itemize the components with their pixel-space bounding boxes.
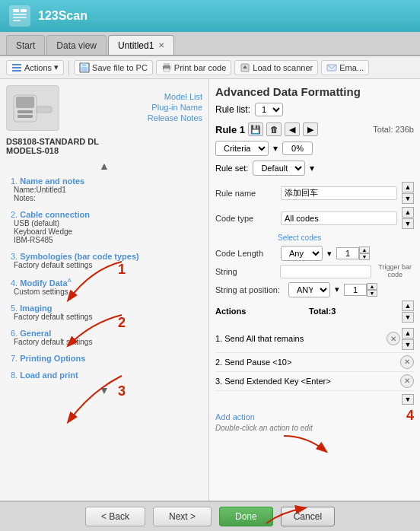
tab-close-icon[interactable]: ✕: [158, 41, 164, 49]
toolbar: Actions ▾ Save file to PC Print bar code…: [0, 56, 420, 79]
release-notes-link[interactable]: Release Notes: [65, 113, 202, 122]
code-length-row: Code Length Any ▾ ▲ ▼: [215, 246, 414, 261]
menu-item-3[interactable]: 3. Symbologies (bar code types) Factory …: [6, 249, 202, 272]
menu-item-1[interactable]: 1. Name and notes Name:Untitled1Notes:: [6, 173, 202, 205]
code-type-down[interactable]: ▼: [402, 218, 414, 229]
done-button[interactable]: Done: [219, 507, 273, 526]
code-type-input[interactable]: [281, 211, 397, 225]
actions-scroll-down[interactable]: ▼: [402, 312, 414, 323]
action-3-delete[interactable]: ✕: [400, 374, 414, 388]
load-icon: [240, 62, 250, 73]
rule-name-input[interactable]: [281, 186, 397, 200]
string-label: String: [215, 267, 275, 276]
dbl-click-hint: Double-click an action to edit: [215, 424, 414, 432]
next-button[interactable]: Next >: [153, 507, 212, 526]
action-1-down[interactable]: ▼: [402, 339, 414, 350]
string-input[interactable]: [280, 265, 371, 278]
rule-set-select[interactable]: Default: [253, 161, 305, 176]
action-3-text: 3. Send Extended Key <Enter>: [215, 377, 400, 386]
rule-name-down[interactable]: ▼: [402, 193, 414, 204]
toolbar-sep-1: [68, 60, 69, 75]
svg-rect-9: [81, 67, 88, 72]
rule-header: Rule 1 💾 🗑 ◀ ▶ Total: 236b: [215, 122, 414, 136]
code-length-num[interactable]: [336, 247, 359, 259]
action-item-1[interactable]: 1. Send All that remains ✕ ▲ ▼: [215, 326, 414, 353]
code-length-select[interactable]: Any: [281, 246, 323, 261]
plugin-name-link[interactable]: Plug-in Name: [65, 103, 202, 112]
action-1-delete[interactable]: ✕: [387, 332, 400, 345]
svg-rect-0: [13, 9, 19, 12]
string-at-pos-select[interactable]: ANY: [288, 282, 330, 297]
print-icon: [161, 62, 172, 73]
email-button[interactable]: Ema...: [321, 60, 369, 75]
trigger-barcode-label: Trigger bar code: [376, 264, 414, 279]
print-button[interactable]: Print bar code: [156, 60, 231, 75]
app-icon: [9, 5, 30, 27]
svg-rect-1: [21, 9, 27, 12]
total-badge: Total: 236b: [373, 125, 414, 134]
svg-rect-12: [164, 63, 170, 65]
criteria-arrow: ▾: [273, 143, 278, 154]
svg-rect-4: [13, 20, 21, 21]
action-item-2[interactable]: 2. Send Pause <10> ✕: [215, 353, 414, 372]
rule-save-icon[interactable]: 💾: [248, 122, 263, 136]
svg-rect-10: [82, 63, 86, 66]
actions-header: Actions Total:3 ▲ ▼: [215, 300, 414, 323]
string-pos-num[interactable]: [344, 284, 367, 296]
actions-scroll-up[interactable]: ▲: [402, 300, 414, 311]
cancel-button[interactable]: Cancel: [281, 507, 335, 526]
code-length-dec[interactable]: ▼: [359, 253, 370, 260]
nav-arrow-up[interactable]: ▲: [6, 160, 202, 172]
save-button[interactable]: Save file to PC: [74, 60, 153, 75]
rule-delete-icon[interactable]: 🗑: [266, 122, 282, 136]
code-length-inc[interactable]: ▲: [359, 246, 370, 253]
code-length-spinner: ▲ ▼: [336, 246, 370, 260]
rule-label: Rule 1: [215, 124, 245, 135]
adf-panel: Advanced Data Formatting Rule list: 1 Ru…: [209, 79, 420, 501]
string-pos-dec[interactable]: ▼: [367, 290, 377, 297]
arrow-4: [276, 432, 337, 463]
device-name: DS8108-STANDARD DL MODELS-018: [6, 137, 202, 155]
menu-item-6[interactable]: 6. General Factory default settings: [6, 326, 202, 349]
menu-item-5[interactable]: 5. Imaging Factory default settings: [6, 300, 202, 324]
action-1-text: 1. Send All that remains: [215, 334, 387, 343]
back-button[interactable]: < Back: [85, 507, 145, 526]
string-pos-inc[interactable]: ▲: [367, 283, 377, 290]
code-type-up[interactable]: ▲: [402, 207, 414, 218]
criteria-pct: 0%: [282, 141, 313, 155]
add-action-link[interactable]: Add action: [215, 412, 255, 421]
svg-rect-7: [12, 70, 21, 72]
svg-rect-3: [13, 17, 27, 18]
svg-rect-20: [18, 110, 33, 113]
action-1-up[interactable]: ▲: [402, 328, 414, 339]
tab-untitled[interactable]: Untitled1 ✕: [108, 35, 174, 55]
tab-start[interactable]: Start: [6, 35, 45, 55]
menu-item-8[interactable]: 8. Load and print: [6, 367, 202, 383]
app-title: 123Scan: [38, 9, 88, 23]
svg-rect-21: [18, 115, 33, 118]
criteria-select[interactable]: Criteria: [215, 141, 269, 156]
select-codes-link[interactable]: Select codes: [278, 234, 321, 242]
tab-dataview[interactable]: Data view: [46, 35, 107, 55]
actions-icon: [11, 62, 22, 73]
tab-bar: Start Data view Untitled1 ✕: [0, 32, 420, 56]
actions-list-scroll-down[interactable]: ▼: [402, 394, 414, 405]
actions-button[interactable]: Actions ▾: [6, 60, 64, 75]
action-2-text: 2. Send Pause <10>: [215, 358, 400, 367]
menu-item-7[interactable]: 7. Printing Options: [6, 351, 202, 366]
actions-label: Actions: [215, 307, 246, 316]
action-item-3[interactable]: 3. Send Extended Key <Enter> ✕: [215, 372, 414, 391]
rule-name-up[interactable]: ▲: [402, 182, 414, 192]
bottom-bar: < Back Next > Done Cancel: [0, 501, 420, 531]
load-button[interactable]: Load to scanner: [234, 60, 318, 75]
model-list-link[interactable]: Model List: [65, 92, 202, 101]
action-2-delete[interactable]: ✕: [400, 355, 414, 369]
menu-item-4[interactable]: 4. Modify DataA Custom settings: [6, 274, 202, 299]
nav-arrow-down[interactable]: ▼: [6, 384, 202, 396]
string-pos-spinner: ▲ ▼: [344, 283, 377, 297]
rule-left-icon[interactable]: ◀: [285, 122, 300, 136]
menu-item-2[interactable]: 2. Cable connection USB (default)Keyboar…: [6, 207, 202, 247]
string-at-pos-label: String at position:: [215, 285, 284, 294]
rule-list-select[interactable]: 1: [255, 103, 283, 116]
rule-right-icon[interactable]: ▶: [303, 122, 318, 136]
